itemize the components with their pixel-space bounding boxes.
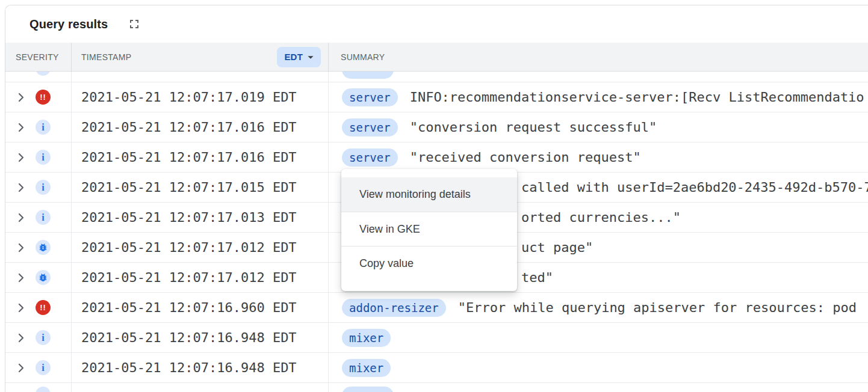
panel-titlebar: Query results: [5, 5, 868, 43]
expand-chevron-icon[interactable]: [14, 120, 28, 135]
resource-chip[interactable]: mixer: [342, 359, 391, 377]
column-header-severity: SEVERITY: [5, 43, 72, 71]
context-menu: View monitoring details View in GKE Copy…: [341, 169, 517, 291]
timestamp: 2021-05-21 12:07:17.019 EDT: [81, 90, 297, 105]
table-row: i 2021-05-21 12:07:16.948 EDT mixer: [5, 323, 868, 353]
expand-chevron-icon[interactable]: [14, 210, 28, 225]
error-icon: !!: [36, 90, 51, 105]
info-icon: i: [36, 180, 51, 195]
timestamp: 2021-05-21 12:07:17.016 EDT: [81, 120, 297, 135]
log-message: ted": [521, 270, 553, 285]
resource-chip[interactable]: server: [342, 149, 398, 167]
log-message: uct page": [521, 240, 593, 255]
chevron-down-icon: [304, 51, 317, 64]
timestamp: 2021-05-21 12:07:16.960 EDT: [81, 300, 297, 315]
table-row: !! 2021-05-21 12:07:16.960 EDT addon-res…: [5, 293, 868, 323]
timestamp: 2021-05-21 12:07:16.948 EDT: [81, 330, 297, 345]
log-message: called with userId=2ae6bd20-2435-492d-b5…: [521, 180, 868, 195]
resource-chip-sliver: [342, 72, 394, 79]
log-message: "Error while querying apiserver for reso…: [458, 300, 857, 315]
expand-chevron-icon[interactable]: [14, 361, 28, 375]
column-header-timestamp: TIMESTAMP EDT: [72, 43, 329, 71]
error-icon: !!: [36, 300, 51, 315]
timezone-selector[interactable]: EDT: [277, 47, 321, 67]
expand-chevron-icon[interactable]: [14, 150, 28, 165]
log-message: orted currencies...": [521, 210, 681, 225]
timestamp: 2021-05-21 12:07:17.012 EDT: [81, 270, 297, 285]
table-header-row: SEVERITY TIMESTAMP EDT SUMMARY: [5, 43, 868, 72]
info-icon: i: [36, 150, 51, 165]
bug-icon: [36, 270, 51, 285]
info-icon: i: [36, 120, 51, 135]
timestamp: 2021-05-21 12:07:17.016 EDT: [81, 150, 297, 165]
timestamp: 2021-05-21 12:07:17.013 EDT: [81, 210, 297, 225]
table-row: i 2021-05-21 12:07:16.948 EDT mixer: [5, 353, 868, 383]
log-message: "received conversion request": [410, 150, 641, 165]
expand-chevron-icon[interactable]: [14, 331, 28, 345]
resource-chip[interactable]: server: [342, 88, 398, 106]
resource-chip[interactable]: server: [342, 118, 398, 136]
resource-chip-sliver: [342, 387, 394, 392]
resource-chip[interactable]: addon-resizer: [342, 299, 446, 317]
fullscreen-button[interactable]: [126, 16, 143, 32]
timestamp: 2021-05-21 12:07:17.015 EDT: [81, 180, 297, 195]
resource-chip[interactable]: mixer: [342, 329, 391, 347]
log-message: "conversion request successful": [410, 120, 657, 135]
expand-chevron-icon[interactable]: [14, 90, 28, 105]
column-header-summary: SUMMARY: [329, 43, 868, 71]
menu-item-copy-value[interactable]: Copy value: [341, 246, 517, 280]
timestamp: 2021-05-21 12:07:17.012 EDT: [81, 240, 297, 255]
info-icon: i: [36, 360, 51, 375]
timestamp: 2021-05-21 12:07:16.948 EDT: [81, 360, 297, 375]
page-title: Query results: [29, 17, 108, 31]
severity-icon-sliver: [36, 72, 51, 76]
table-row: !! 2021-05-21 12:07:17.019 EDT server IN…: [5, 82, 868, 112]
severity-icon-sliver: [36, 387, 51, 392]
menu-item-view-monitoring-details[interactable]: View monitoring details: [341, 177, 517, 212]
expand-chevron-icon[interactable]: [14, 240, 28, 255]
fullscreen-icon: [127, 17, 141, 31]
menu-item-view-in-gke[interactable]: View in GKE: [341, 212, 517, 246]
table-row: i 2021-05-21 12:07:17.016 EDT server "co…: [5, 112, 868, 142]
expand-chevron-icon[interactable]: [14, 271, 28, 285]
expand-chevron-icon[interactable]: [14, 301, 28, 315]
query-results-panel: Query results SEVERITY TIMESTAMP EDT: [0, 0, 868, 392]
table-row-partial-top: [5, 72, 868, 82]
table-row: i 2021-05-21 12:07:17.016 EDT server "re…: [5, 142, 868, 173]
info-icon: i: [36, 330, 51, 345]
log-message: INFO:recommendationservice-server:[Recv …: [410, 90, 864, 105]
info-icon: i: [36, 210, 51, 225]
expand-chevron-icon[interactable]: [14, 180, 28, 195]
table-row-partial-bottom: [5, 383, 868, 392]
bug-icon: [36, 240, 51, 255]
